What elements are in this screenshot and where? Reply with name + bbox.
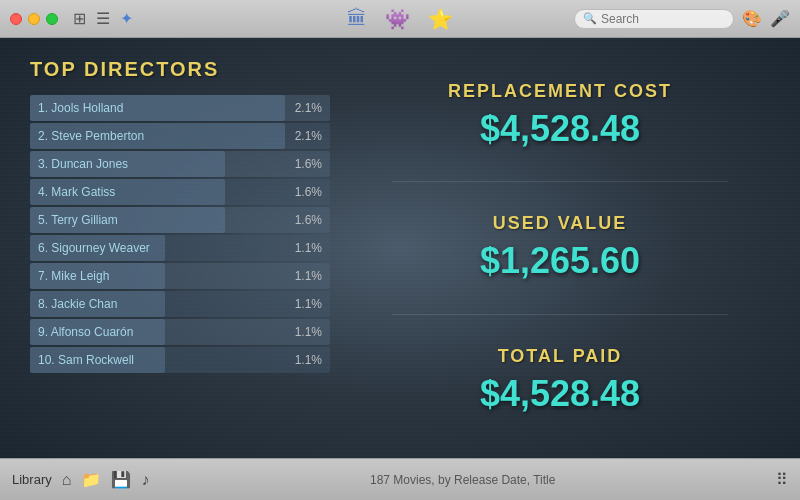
- director-percentage: 1.1%: [295, 353, 322, 367]
- director-name: 2. Steve Pemberton: [38, 129, 295, 143]
- traffic-lights: [10, 13, 58, 25]
- alien-icon[interactable]: 👾: [385, 7, 410, 31]
- director-name: 10. Sam Rockwell: [38, 353, 295, 367]
- list-icon[interactable]: ☰: [96, 9, 110, 28]
- maximize-button[interactable]: [46, 13, 58, 25]
- home-icon[interactable]: ⌂: [62, 471, 72, 489]
- resize-handle-icon[interactable]: ⠿: [776, 470, 788, 489]
- title-bar: ⊞ ☰ ✦ 🏛 👾 ⭐ 🔍 🎨 🎤: [0, 0, 800, 38]
- minimize-button[interactable]: [28, 13, 40, 25]
- director-percentage: 2.1%: [295, 129, 322, 143]
- star-icon[interactable]: ✦: [120, 9, 133, 28]
- total-paid-block: TOTAL PAID $4,528.48: [480, 346, 640, 415]
- replacement-cost-label: REPLACEMENT COST: [448, 81, 672, 102]
- folder-icon[interactable]: 📁: [81, 470, 101, 489]
- divider-1: [392, 181, 728, 182]
- palette-icon[interactable]: 🎨: [742, 9, 762, 28]
- total-paid-value: $4,528.48: [480, 373, 640, 415]
- director-percentage: 1.6%: [295, 157, 322, 171]
- library-building-icon[interactable]: 🏛: [347, 7, 367, 30]
- director-name: 4. Mark Gatiss: [38, 185, 295, 199]
- director-name: 5. Terry Gilliam: [38, 213, 295, 227]
- used-value-value: $1,265.60: [480, 240, 640, 282]
- director-row[interactable]: 9. Alfonso Cuarón1.1%: [30, 319, 330, 345]
- total-paid-label: TOTAL PAID: [480, 346, 640, 367]
- director-row[interactable]: 5. Terry Gilliam1.6%: [30, 207, 330, 233]
- director-name: 9. Alfonso Cuarón: [38, 325, 295, 339]
- director-percentage: 1.6%: [295, 185, 322, 199]
- director-row[interactable]: 6. Sigourney Weaver1.1%: [30, 235, 330, 261]
- director-name: 6. Sigourney Weaver: [38, 241, 295, 255]
- main-content: TOP DIRECTORS 1. Jools Holland2.1%2. Ste…: [0, 38, 800, 458]
- director-percentage: 1.1%: [295, 269, 322, 283]
- status-left-icons: Library ⌂ 📁 💾 ♪: [12, 470, 149, 489]
- library-label[interactable]: Library: [12, 472, 52, 487]
- director-name: 7. Mike Leigh: [38, 269, 295, 283]
- divider-2: [392, 314, 728, 315]
- close-button[interactable]: [10, 13, 22, 25]
- microphone-icon[interactable]: 🎤: [770, 9, 790, 28]
- director-name: 8. Jackie Chan: [38, 297, 295, 311]
- search-input[interactable]: [601, 12, 721, 26]
- grid-icon[interactable]: ⊞: [73, 9, 86, 28]
- right-toolbar-icons: 🎨 🎤: [742, 9, 790, 28]
- used-value-label: USED VALUE: [480, 213, 640, 234]
- director-row[interactable]: 8. Jackie Chan1.1%: [30, 291, 330, 317]
- music-icon[interactable]: ♪: [141, 471, 149, 489]
- replacement-cost-block: REPLACEMENT COST $4,528.48: [448, 81, 672, 150]
- director-percentage: 1.1%: [295, 241, 322, 255]
- right-column: REPLACEMENT COST $4,528.48 USED VALUE $1…: [350, 58, 770, 438]
- director-row[interactable]: 10. Sam Rockwell1.1%: [30, 347, 330, 373]
- left-column: TOP DIRECTORS 1. Jools Holland2.1%2. Ste…: [30, 58, 330, 438]
- save-icon[interactable]: 💾: [111, 470, 131, 489]
- replacement-cost-value: $4,528.48: [448, 108, 672, 150]
- director-percentage: 1.1%: [295, 297, 322, 311]
- director-percentage: 2.1%: [295, 101, 322, 115]
- director-percentage: 1.1%: [295, 325, 322, 339]
- director-row[interactable]: 2. Steve Pemberton2.1%: [30, 123, 330, 149]
- director-row[interactable]: 1. Jools Holland2.1%: [30, 95, 330, 121]
- featured-star-icon[interactable]: ⭐: [428, 7, 453, 31]
- director-percentage: 1.6%: [295, 213, 322, 227]
- director-row[interactable]: 7. Mike Leigh1.1%: [30, 263, 330, 289]
- director-row[interactable]: 3. Duncan Jones1.6%: [30, 151, 330, 177]
- title-center-icons: 🏛 👾 ⭐: [347, 7, 453, 31]
- toolbar-icons: ⊞ ☰ ✦: [73, 9, 133, 28]
- search-icon: 🔍: [583, 12, 597, 25]
- directors-list: 1. Jools Holland2.1%2. Steve Pemberton2.…: [30, 95, 330, 373]
- status-bar: Library ⌂ 📁 💾 ♪ 187 Movies, by Release D…: [0, 458, 800, 500]
- director-name: 1. Jools Holland: [38, 101, 295, 115]
- director-row[interactable]: 4. Mark Gatiss1.6%: [30, 179, 330, 205]
- director-name: 3. Duncan Jones: [38, 157, 295, 171]
- top-directors-title: TOP DIRECTORS: [30, 58, 330, 81]
- search-bar[interactable]: 🔍: [574, 9, 734, 29]
- used-value-block: USED VALUE $1,265.60: [480, 213, 640, 282]
- status-text: 187 Movies, by Release Date, Title: [159, 473, 766, 487]
